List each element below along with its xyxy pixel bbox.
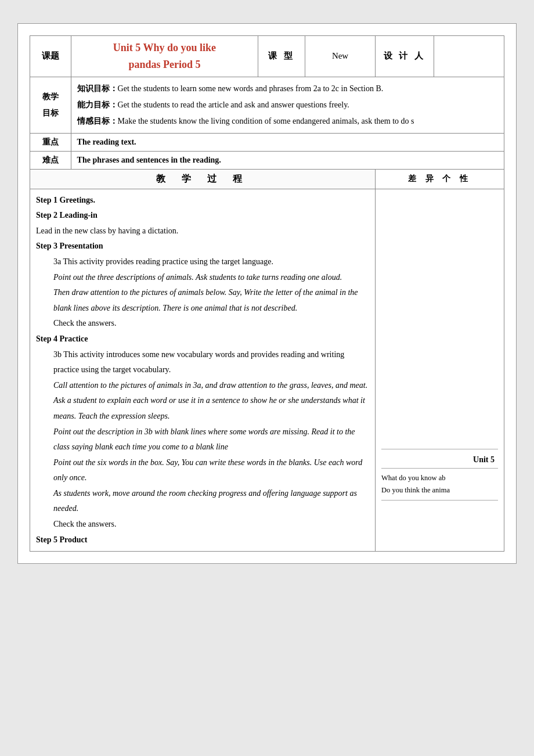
3a-normal: 3a This activity provides reading practi…	[36, 254, 369, 270]
step5: Step 5 Product	[36, 532, 369, 548]
designer-value	[434, 36, 504, 77]
lesson-title: Unit 5 Why do you like pandas Period 5	[71, 36, 258, 77]
ketype-value: New	[305, 36, 376, 77]
title-row: 课题 Unit 5 Why do you like pandas Period …	[30, 36, 504, 77]
qing-content: Make the students know the living condit…	[118, 117, 414, 125]
title-line1: Unit 5 Why do you like	[113, 42, 216, 53]
3a-italic2: Then draw attention to the pictures of a…	[36, 285, 369, 316]
neng-obj: 能力目标：Get the students to read the articl…	[77, 97, 498, 113]
process-header-row: 教 学 过 程 差 异 个 性	[30, 169, 504, 189]
nandian-content: The phrases and sentences in the reading…	[71, 151, 504, 169]
title-line2: pandas Period 5	[128, 59, 200, 70]
3b-italic2: Point out the description in 3b with bla…	[36, 424, 369, 455]
zhongdian-label: 重点	[30, 133, 71, 151]
check2: Check the answers.	[36, 517, 369, 532]
step3: Step 3 Presentation	[36, 239, 369, 254]
diff-divider3	[381, 500, 498, 501]
zhongdian-content: The reading text.	[71, 133, 504, 151]
designer-label: 设 计 人	[376, 36, 434, 77]
diff-question2: Do you think the anima	[381, 484, 498, 496]
diff-divider1	[381, 449, 498, 449]
process-header: 教 学 过 程	[30, 169, 376, 189]
objectives-content: 知识目标：Get the students to learn some new …	[71, 77, 504, 133]
3b-normal: 3b This activity introduces some new voc…	[36, 347, 369, 378]
ketai-label: 课题	[30, 36, 71, 77]
objectives-row: 教学 目标 知识目标：Get the students to learn som…	[30, 77, 504, 133]
main-table: 课题 Unit 5 Why do you like pandas Period …	[30, 35, 504, 552]
3b-italic4: As students work, move around the room c…	[36, 486, 369, 517]
check1: Check the answers.	[36, 316, 369, 332]
diff-content: Unit 5 What do you know ab Do you think …	[376, 189, 504, 552]
step2: Step 2 Leading-in	[36, 208, 369, 224]
page: 课题 Unit 5 Why do you like pandas Period …	[17, 23, 517, 564]
nandian-label: 难点	[30, 151, 71, 169]
nandian-row: 难点 The phrases and sentences in the read…	[30, 151, 504, 169]
3b-italic3: Point out the six words in the box. Say,…	[36, 455, 369, 486]
jiaoxue-label: 教学 目标	[30, 77, 71, 133]
zhi-obj: 知识目标：Get the students to learn some new …	[77, 81, 498, 97]
lead-in: Lead in the new class by having a dictat…	[36, 224, 369, 239]
neng-content: Get the students to read the article and…	[118, 100, 349, 109]
diff-question1: What do you know ab	[381, 472, 498, 484]
zhi-label: 知识目标：	[77, 84, 118, 93]
step1: Step 1 Greetings.	[36, 193, 369, 208]
process-content-row: Step 1 Greetings. Step 2 Leading-in Lead…	[30, 189, 504, 552]
zhongdian-row: 重点 The reading text.	[30, 133, 504, 151]
unit-label: Unit 5	[381, 453, 498, 465]
zhi-content: Get the students to learn some new words…	[118, 84, 384, 93]
diff-header: 差 异 个 性	[376, 169, 504, 189]
qing-label: 情感目标：	[77, 117, 118, 125]
step4: Step 4 Practice	[36, 332, 369, 347]
3b-italic1: Call attention to the pictures of animal…	[36, 378, 369, 424]
qing-obj: 情感目标：Make the students know the living c…	[77, 113, 498, 129]
ketype-label: 课 型	[258, 36, 305, 77]
neng-label: 能力目标：	[77, 100, 118, 109]
process-content: Step 1 Greetings. Step 2 Leading-in Lead…	[30, 189, 376, 552]
3a-italic1: Point out the three descriptions of anim…	[36, 270, 369, 286]
diff-divider2	[381, 468, 498, 469]
